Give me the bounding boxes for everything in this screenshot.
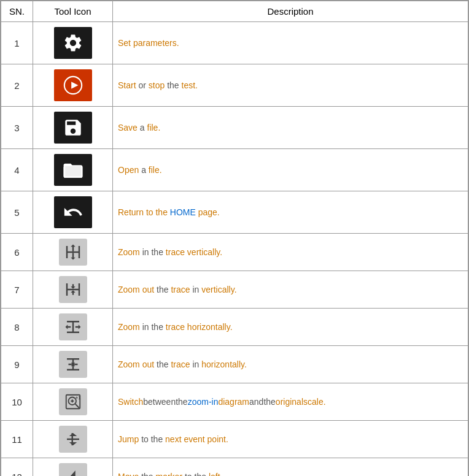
table-row: 6 Zoom in the trace vertically. [1, 234, 468, 271]
table-row: 7 Zoom out the trace in vertically. [1, 271, 468, 309]
icon-cell [33, 309, 113, 346]
table-row: 1 Set parameters. [1, 22, 468, 64]
svg-rect-40 [67, 439, 79, 440]
sn-cell: 8 [1, 309, 33, 346]
zoom-out-horizontal-icon [59, 351, 87, 378]
marker-left-icon [59, 463, 87, 476]
icon-cell [33, 234, 113, 271]
svg-rect-15 [78, 283, 80, 296]
zoom-switch-icon: +1 [59, 388, 87, 415]
sn-cell: 3 [1, 107, 33, 149]
svg-marker-6 [71, 258, 76, 260]
desc-cell: Zoom in the trace vertically. [113, 234, 468, 271]
sn-header: SN. [1, 1, 33, 22]
icon-cell [33, 346, 113, 383]
svg-marker-4 [71, 245, 76, 247]
svg-marker-41 [70, 470, 76, 476]
icon-header: Tool Icon [33, 1, 113, 22]
table-row: 11 Jump to the next event point. [1, 421, 468, 458]
desc-cell: Start or stop the test. [113, 64, 468, 107]
svg-rect-3 [72, 246, 74, 251]
gear-icon [54, 27, 92, 59]
svg-marker-20 [65, 324, 68, 329]
desc-cell: Switchbetweenthezoom-indiagramandtheorig… [113, 383, 468, 421]
desc-cell: Zoom out the trace in horizontally. [113, 346, 468, 383]
desc-cell: Move the marker to the left. [113, 458, 468, 477]
svg-marker-38 [69, 433, 77, 436]
next-event-icon [59, 426, 87, 453]
sn-cell: 9 [1, 346, 33, 383]
desc-cell: Set parameters. [113, 22, 468, 64]
sn-cell: 11 [1, 421, 33, 458]
table-row: 2 Start or stop the test. [1, 64, 468, 107]
icon-cell [33, 149, 113, 191]
icon-cell [33, 421, 113, 458]
main-table-container: SN. Tool Icon Description 1 Set paramete… [0, 0, 469, 476]
desc-cell: Open a file. [113, 149, 468, 191]
icon-cell [33, 64, 113, 107]
desc-cell: Return to the HOME page. [113, 191, 468, 234]
svg-rect-9 [67, 289, 79, 291]
svg-marker-39 [69, 442, 77, 445]
zoom-in-horizontal-icon [59, 313, 87, 340]
sn-cell: 1 [1, 22, 33, 64]
desc-header: Description [113, 1, 468, 22]
icon-cell [33, 271, 113, 309]
desc-cell: Zoom in the trace horizontally. [113, 309, 468, 346]
svg-rect-7 [66, 246, 68, 258]
desc-cell: Save a file. [113, 107, 468, 149]
sn-cell: 6 [1, 234, 33, 271]
folder-icon [54, 154, 92, 186]
table-row: 4 Open a file. [1, 149, 468, 191]
sn-cell: 7 [1, 271, 33, 309]
table-row: 8 Zoom in the trace horizontally. [1, 309, 468, 346]
svg-marker-22 [78, 324, 80, 329]
icon-cell [33, 458, 113, 477]
table-row: 3 Save a file. [1, 107, 468, 149]
svg-rect-26 [68, 364, 71, 366]
zoom-in-vertical-icon [59, 239, 87, 266]
icon-cell [33, 107, 113, 149]
svg-rect-14 [66, 283, 68, 296]
sn-cell: 12 [1, 458, 33, 477]
svg-rect-28 [74, 364, 77, 366]
svg-rect-2 [67, 251, 79, 253]
sn-cell: 2 [1, 64, 33, 107]
icon-cell [33, 191, 113, 234]
sn-cell: 5 [1, 191, 33, 234]
desc-cell: Jump to the next event point. [113, 421, 468, 458]
table-row: 9 Zoom out the trace in horizontally. [1, 346, 468, 383]
table-row: 12 Move the marker to the left. [1, 458, 468, 477]
save-icon [54, 112, 92, 144]
return-icon [54, 196, 92, 228]
icon-cell [33, 22, 113, 64]
sn-cell: 4 [1, 149, 33, 191]
svg-rect-18 [72, 321, 74, 333]
svg-line-32 [75, 404, 79, 408]
icon-cell: +1 [33, 383, 113, 421]
svg-marker-11 [71, 286, 76, 289]
svg-rect-5 [72, 253, 74, 258]
table-row: 10 +1 Switchbetweenthezoom-indiagramandt… [1, 383, 468, 421]
svg-text:+1: +1 [75, 395, 80, 401]
svg-marker-1 [71, 82, 78, 88]
zoom-out-vertical-icon [59, 276, 87, 303]
svg-rect-8 [78, 246, 80, 258]
svg-marker-13 [71, 290, 76, 293]
table-row: 5 Return to the HOME page. [1, 191, 468, 234]
desc-cell: Zoom out the trace in vertically. [113, 271, 468, 309]
sn-cell: 10 [1, 383, 33, 421]
play-icon [54, 69, 92, 101]
